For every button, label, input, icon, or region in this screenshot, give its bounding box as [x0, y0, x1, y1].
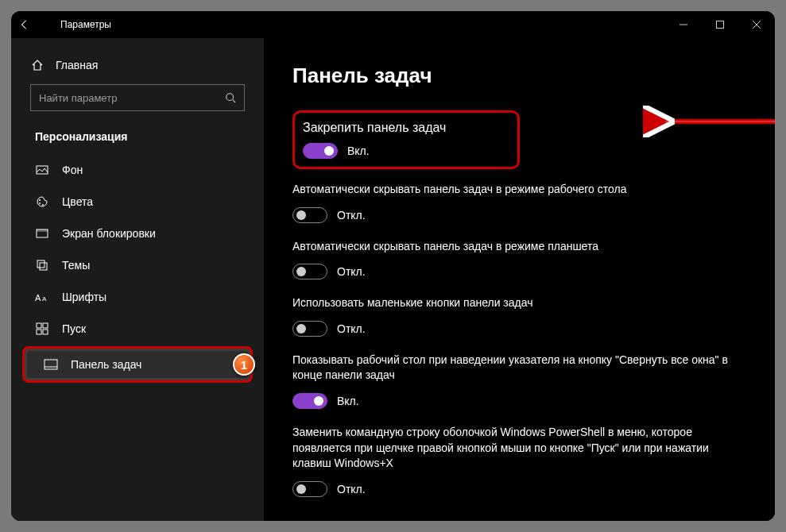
search-icon [225, 92, 236, 103]
close-button[interactable] [738, 11, 775, 38]
annotation-badge-1: 1 [233, 353, 255, 376]
sidebar-item-taskbar[interactable]: Панель задач 1 [22, 346, 253, 383]
svg-rect-17 [43, 330, 48, 334]
fonts-icon: AA [35, 291, 49, 303]
home-icon [30, 59, 45, 71]
setting-autohide-tablet: Автоматически скрывать панель задач в ре… [292, 239, 738, 280]
sidebar-item-start[interactable]: Пуск [16, 313, 259, 345]
sidebar-item-label: Экран блокировки [62, 227, 156, 240]
toggle-lock-taskbar[interactable] [303, 143, 338, 159]
sidebar-item-lockscreen[interactable]: Экран блокировки [16, 218, 259, 249]
svg-rect-18 [45, 360, 57, 369]
sidebar-item-label: Шрифты [62, 291, 106, 303]
sidebar-item-background[interactable]: Фон [16, 154, 259, 186]
main-content: Панель задач Закрепить панель задач Вкл.… [264, 38, 775, 521]
setting-autohide-desktop: Автоматически скрывать панель задач в ре… [292, 182, 738, 223]
toggle-state: Вкл. [337, 395, 359, 407]
section-header: Персонализация [16, 125, 259, 154]
sidebar: Главная Персонализация Фон [11, 38, 264, 521]
svg-rect-16 [37, 330, 41, 334]
search-box[interactable] [30, 84, 245, 111]
setting-label: Показывать рабочий стол при наведении ук… [292, 353, 738, 384]
svg-rect-15 [43, 323, 48, 328]
svg-rect-9 [37, 229, 48, 232]
toggle-autohide-desktop[interactable] [292, 207, 327, 223]
sidebar-item-fonts[interactable]: AA Шрифты [16, 281, 259, 313]
toggle-state: Откл. [337, 483, 366, 495]
sidebar-item-label: Панель задач [71, 358, 141, 371]
svg-line-3 [233, 100, 236, 103]
svg-point-5 [39, 199, 41, 201]
themes-icon [35, 259, 49, 272]
lockscreen-icon [35, 227, 49, 240]
annotation-arrow [643, 106, 775, 137]
window-title: Параметры [60, 19, 111, 30]
minimize-button[interactable] [665, 11, 702, 38]
toggle-peek-desktop[interactable] [292, 393, 327, 409]
setting-label: Закрепить панель задач [303, 121, 446, 135]
svg-point-6 [39, 202, 41, 204]
maximize-button[interactable] [702, 11, 738, 38]
toggle-small-buttons[interactable] [292, 321, 327, 337]
setting-label: Заменить командную строку оболочкой Wind… [292, 425, 738, 472]
toggle-state: Откл. [337, 209, 366, 222]
start-icon [35, 322, 49, 335]
svg-rect-1 [717, 21, 724, 29]
home-link[interactable]: Главная [16, 52, 259, 84]
sidebar-item-colors[interactable]: Цвета [16, 186, 259, 218]
settings-window: Параметры Главная [11, 11, 775, 521]
toggle-state: Откл. [337, 322, 366, 335]
toggle-powershell[interactable] [292, 481, 327, 497]
sidebar-item-label: Темы [62, 259, 90, 272]
setting-label: Использовать маленькие кнопки панели зад… [292, 295, 738, 311]
svg-rect-14 [37, 323, 41, 328]
toggle-autohide-tablet[interactable] [292, 264, 327, 279]
sidebar-item-label: Фон [62, 164, 83, 176]
svg-point-2 [227, 94, 234, 101]
titlebar: Параметры [11, 11, 775, 38]
svg-point-7 [42, 204, 44, 206]
svg-text:A: A [42, 295, 47, 303]
palette-icon [35, 195, 49, 208]
image-icon [35, 164, 49, 176]
setting-label: Автоматически скрывать панель задач в ре… [292, 239, 738, 255]
search-input[interactable] [39, 92, 225, 104]
back-button[interactable] [11, 11, 38, 38]
setting-lock-taskbar-highlight: Закрепить панель задач Вкл. [292, 110, 520, 169]
toggle-state: Откл. [337, 265, 366, 278]
sidebar-item-label: Цвета [62, 195, 93, 208]
taskbar-icon [44, 359, 58, 370]
toggle-state: Вкл. [347, 145, 370, 157]
setting-label: Автоматически скрывать панель задач в ре… [292, 182, 738, 198]
sidebar-item-themes[interactable]: Темы [16, 249, 259, 281]
setting-small-buttons: Использовать маленькие кнопки панели зад… [292, 295, 738, 337]
nav-list: Фон Цвета Экран блокировки [16, 154, 259, 384]
home-label: Главная [56, 59, 98, 71]
setting-powershell: Заменить командную строку оболочкой Wind… [292, 425, 738, 497]
svg-rect-11 [40, 263, 47, 270]
svg-text:A: A [35, 293, 41, 303]
svg-rect-10 [37, 260, 45, 268]
sidebar-item-label: Пуск [62, 322, 86, 335]
page-title: Панель задач [292, 64, 775, 88]
setting-peek-desktop: Показывать рабочий стол при наведении ук… [292, 353, 738, 409]
